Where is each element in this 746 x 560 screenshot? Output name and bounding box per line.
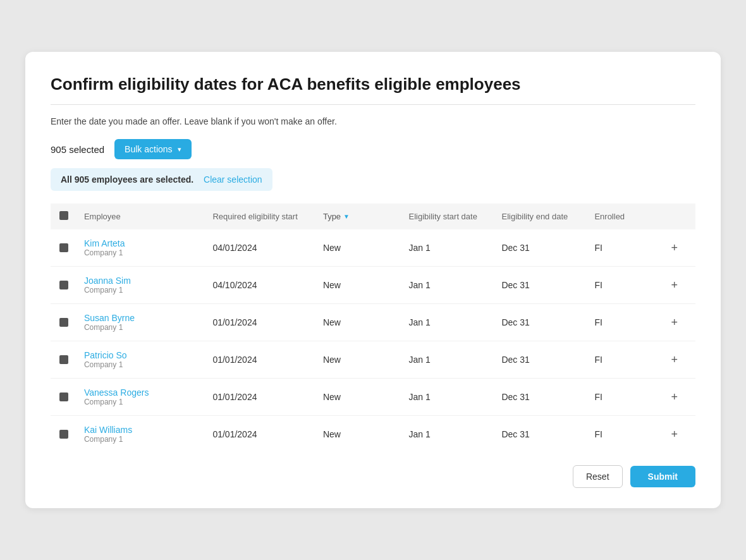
type-filter-arrow-icon: ▼ [343, 213, 350, 220]
row-elig-start: Jan 1 [403, 304, 496, 341]
add-row-button[interactable]: + [666, 315, 683, 331]
selection-banner-text: All 905 employees are selected. [61, 174, 193, 185]
add-row-button[interactable]: + [666, 277, 683, 293]
row-elig-start: Jan 1 [403, 379, 496, 416]
employee-name-link[interactable]: Joanna Sim [84, 276, 200, 286]
page-title: Confirm eligibility dates for ACA benefi… [51, 75, 695, 94]
header-row: Employee Required eligibility start Type… [51, 204, 695, 229]
bulk-actions-label: Bulk actions [125, 144, 172, 154]
row-action-cell: + [659, 379, 695, 416]
row-req-start: 04/01/2024 [206, 229, 317, 267]
row-checkbox[interactable] [59, 281, 68, 289]
row-checkbox-cell [51, 416, 78, 453]
row-elig-end: Dec 31 [495, 267, 588, 304]
bulk-actions-button[interactable]: Bulk actions ▾ [114, 139, 191, 159]
chevron-down-icon: ▾ [178, 145, 181, 154]
row-action-cell: + [659, 229, 695, 267]
row-checkbox[interactable] [59, 355, 68, 364]
employee-name-link[interactable]: Vanessa Rogers [84, 387, 200, 398]
row-checkbox-cell [51, 379, 78, 416]
row-action-cell: + [659, 267, 695, 304]
header-req-start: Required eligibility start [206, 204, 317, 229]
row-type: New [317, 304, 403, 341]
employee-name-link[interactable]: Patricio So [84, 350, 200, 360]
table-row: Patricio So Company 1 01/01/2024 New Jan… [51, 341, 695, 379]
row-checkbox[interactable] [59, 318, 68, 327]
row-action-cell: + [659, 416, 695, 453]
header-action [659, 204, 695, 229]
title-divider [51, 104, 695, 105]
table-body: Kim Arteta Company 1 04/01/2024 New Jan … [51, 229, 695, 453]
row-action-cell: + [659, 341, 695, 379]
header-checkbox-col [51, 204, 78, 229]
row-elig-end: Dec 31 [495, 416, 588, 453]
row-type: New [317, 416, 403, 453]
select-all-checkbox[interactable] [59, 211, 68, 220]
row-type: New [317, 379, 403, 416]
row-checkbox[interactable] [59, 430, 68, 439]
row-checkbox-cell [51, 341, 78, 379]
row-employee: Kim Arteta Company 1 [78, 229, 206, 267]
row-checkbox-cell [51, 267, 78, 304]
row-action-cell: + [659, 304, 695, 341]
row-enrolled: FI [588, 379, 659, 416]
row-elig-start: Jan 1 [403, 229, 496, 267]
header-enrolled: Enrolled [588, 204, 659, 229]
row-req-start: 01/01/2024 [206, 304, 317, 341]
row-type: New [317, 341, 403, 379]
row-elig-end: Dec 31 [495, 229, 588, 267]
row-checkbox[interactable] [59, 243, 68, 252]
row-enrolled: FI [588, 416, 659, 453]
table-row: Vanessa Rogers Company 1 01/01/2024 New … [51, 379, 695, 416]
row-req-start: 01/01/2024 [206, 379, 317, 416]
row-req-start: 04/10/2024 [206, 267, 317, 304]
table-row: Joanna Sim Company 1 04/10/2024 New Jan … [51, 267, 695, 304]
row-checkbox-cell [51, 229, 78, 267]
row-type: New [317, 229, 403, 267]
row-elig-start: Jan 1 [403, 267, 496, 304]
table-row: Susan Byrne Company 1 01/01/2024 New Jan… [51, 304, 695, 341]
row-elig-end: Dec 31 [495, 304, 588, 341]
add-row-button[interactable]: + [666, 352, 683, 368]
employee-company: Company 1 [84, 286, 200, 295]
employee-name-link[interactable]: Susan Byrne [84, 313, 200, 323]
clear-selection-link[interactable]: Clear selection [204, 174, 262, 185]
submit-button[interactable]: Submit [630, 466, 695, 487]
row-type: New [317, 267, 403, 304]
employee-company: Company 1 [84, 248, 200, 257]
row-employee: Vanessa Rogers Company 1 [78, 379, 206, 416]
header-type: Type ▼ [317, 204, 403, 229]
row-enrolled: FI [588, 229, 659, 267]
footer-actions: Reset Submit [51, 465, 695, 488]
main-card: Confirm eligibility dates for ACA benefi… [25, 52, 721, 508]
selected-count: 905 selected [51, 144, 104, 155]
row-enrolled: FI [588, 267, 659, 304]
row-employee: Susan Byrne Company 1 [78, 304, 206, 341]
header-employee: Employee [78, 204, 206, 229]
employee-company: Company 1 [84, 360, 200, 369]
add-row-button[interactable]: + [666, 389, 683, 405]
add-row-button[interactable]: + [666, 240, 683, 256]
employees-table: Employee Required eligibility start Type… [51, 204, 695, 453]
reset-button[interactable]: Reset [573, 465, 623, 488]
row-req-start: 01/01/2024 [206, 341, 317, 379]
row-elig-start: Jan 1 [403, 416, 496, 453]
table-header: Employee Required eligibility start Type… [51, 204, 695, 229]
toolbar: 905 selected Bulk actions ▾ [51, 139, 695, 159]
row-employee: Joanna Sim Company 1 [78, 267, 206, 304]
row-employee: Kai Williams Company 1 [78, 416, 206, 453]
header-elig-end: Eligibility end date [495, 204, 588, 229]
employee-name-link[interactable]: Kim Arteta [84, 238, 200, 248]
row-enrolled: FI [588, 304, 659, 341]
subtitle: Enter the date you made an offer. Leave … [51, 116, 695, 126]
row-checkbox[interactable] [59, 393, 68, 401]
selection-banner: All 905 employees are selected. Clear se… [51, 168, 272, 191]
row-elig-start: Jan 1 [403, 341, 496, 379]
table-row: Kim Arteta Company 1 04/01/2024 New Jan … [51, 229, 695, 267]
employee-company: Company 1 [84, 435, 200, 444]
header-elig-start: Eligibility start date [403, 204, 496, 229]
add-row-button[interactable]: + [666, 427, 683, 442]
row-checkbox-cell [51, 304, 78, 341]
employee-name-link[interactable]: Kai Williams [84, 425, 200, 435]
type-filter[interactable]: Type ▼ [323, 212, 350, 221]
